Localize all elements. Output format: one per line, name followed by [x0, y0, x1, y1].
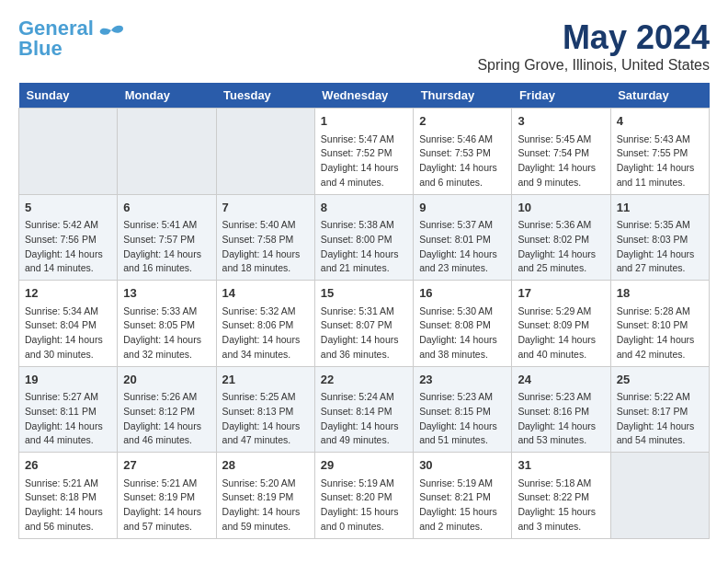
calendar-cell: 21Sunrise: 5:25 AM Sunset: 8:13 PM Dayli… — [216, 366, 314, 453]
day-number: 29 — [321, 456, 407, 475]
calendar-cell — [118, 109, 216, 195]
day-number: 22 — [321, 371, 407, 389]
day-number: 27 — [123, 456, 210, 475]
day-info: Sunrise: 5:46 AM Sunset: 7:53 PM Dayligh… — [419, 132, 506, 190]
day-number: 23 — [419, 371, 506, 389]
calendar-cell: 11Sunrise: 5:35 AM Sunset: 8:03 PM Dayli… — [610, 194, 709, 281]
day-number: 8 — [321, 199, 407, 217]
day-number: 18 — [617, 284, 703, 303]
day-number: 31 — [518, 456, 604, 475]
calendar-cell: 15Sunrise: 5:31 AM Sunset: 8:07 PM Dayli… — [314, 281, 413, 367]
calendar-cell: 13Sunrise: 5:33 AM Sunset: 8:05 PM Dayli… — [118, 281, 216, 367]
day-info: Sunrise: 5:22 AM Sunset: 8:17 PM Dayligh… — [617, 390, 703, 448]
day-number: 17 — [518, 284, 604, 303]
day-number: 4 — [617, 112, 703, 131]
day-header-thursday: Thursday — [414, 83, 512, 109]
calendar-cell: 9Sunrise: 5:37 AM Sunset: 8:01 PM Daylig… — [414, 194, 512, 281]
day-info: Sunrise: 5:41 AM Sunset: 7:57 PM Dayligh… — [123, 218, 210, 276]
day-info: Sunrise: 5:24 AM Sunset: 8:14 PM Dayligh… — [321, 390, 407, 448]
logo: General Blue — [18, 18, 125, 59]
day-number: 3 — [518, 112, 604, 131]
day-number: 24 — [518, 371, 604, 389]
day-number: 20 — [123, 371, 210, 389]
day-header-tuesday: Tuesday — [216, 83, 314, 109]
day-info: Sunrise: 5:38 AM Sunset: 8:00 PM Dayligh… — [321, 218, 407, 276]
calendar-cell: 12Sunrise: 5:34 AM Sunset: 8:04 PM Dayli… — [19, 281, 118, 367]
calendar-cell: 29Sunrise: 5:19 AM Sunset: 8:20 PM Dayli… — [314, 453, 413, 539]
calendar-cell: 6Sunrise: 5:41 AM Sunset: 7:57 PM Daylig… — [118, 194, 216, 281]
calendar-cell: 26Sunrise: 5:21 AM Sunset: 8:18 PM Dayli… — [19, 453, 118, 539]
day-number: 1 — [321, 112, 407, 131]
day-info: Sunrise: 5:18 AM Sunset: 8:22 PM Dayligh… — [518, 477, 604, 534]
calendar-cell: 31Sunrise: 5:18 AM Sunset: 8:22 PM Dayli… — [512, 453, 610, 539]
calendar-cell: 16Sunrise: 5:30 AM Sunset: 8:08 PM Dayli… — [414, 281, 512, 367]
day-info: Sunrise: 5:31 AM Sunset: 8:07 PM Dayligh… — [321, 304, 407, 362]
calendar-cell: 7Sunrise: 5:40 AM Sunset: 7:58 PM Daylig… — [216, 194, 314, 281]
day-number: 19 — [25, 371, 111, 389]
day-info: Sunrise: 5:33 AM Sunset: 8:05 PM Dayligh… — [123, 304, 210, 362]
day-info: Sunrise: 5:25 AM Sunset: 8:13 PM Dayligh… — [222, 390, 309, 448]
day-number: 28 — [222, 456, 309, 475]
week-row-4: 19Sunrise: 5:27 AM Sunset: 8:11 PM Dayli… — [19, 366, 710, 453]
calendar-cell: 8Sunrise: 5:38 AM Sunset: 8:00 PM Daylig… — [314, 194, 413, 281]
day-info: Sunrise: 5:21 AM Sunset: 8:18 PM Dayligh… — [25, 477, 111, 534]
day-number: 10 — [518, 199, 604, 217]
day-number: 9 — [419, 199, 506, 217]
day-info: Sunrise: 5:37 AM Sunset: 8:01 PM Dayligh… — [419, 218, 506, 276]
day-number: 25 — [617, 371, 703, 389]
calendar-cell: 25Sunrise: 5:22 AM Sunset: 8:17 PM Dayli… — [610, 366, 709, 453]
day-info: Sunrise: 5:20 AM Sunset: 8:19 PM Dayligh… — [222, 477, 309, 534]
header: General Blue May 2024 Spring Grove, Illi… — [18, 18, 710, 74]
day-number: 2 — [419, 112, 506, 131]
day-info: Sunrise: 5:36 AM Sunset: 8:02 PM Dayligh… — [518, 218, 604, 276]
week-row-2: 5Sunrise: 5:42 AM Sunset: 7:56 PM Daylig… — [19, 194, 710, 281]
day-number: 11 — [617, 199, 703, 217]
calendar-cell: 18Sunrise: 5:28 AM Sunset: 8:10 PM Dayli… — [610, 281, 709, 367]
day-info: Sunrise: 5:32 AM Sunset: 8:06 PM Dayligh… — [222, 304, 309, 362]
day-number: 13 — [123, 284, 210, 303]
day-info: Sunrise: 5:27 AM Sunset: 8:11 PM Dayligh… — [25, 390, 111, 448]
day-info: Sunrise: 5:47 AM Sunset: 7:52 PM Dayligh… — [321, 132, 407, 190]
bird-icon — [97, 23, 125, 45]
day-info: Sunrise: 5:29 AM Sunset: 8:09 PM Dayligh… — [518, 304, 604, 362]
day-header-friday: Friday — [512, 83, 610, 109]
calendar-cell — [610, 453, 709, 539]
day-info: Sunrise: 5:40 AM Sunset: 7:58 PM Dayligh… — [222, 218, 309, 276]
day-info: Sunrise: 5:45 AM Sunset: 7:54 PM Dayligh… — [518, 132, 604, 190]
calendar-cell: 30Sunrise: 5:19 AM Sunset: 8:21 PM Dayli… — [414, 453, 512, 539]
day-info: Sunrise: 5:23 AM Sunset: 8:16 PM Dayligh… — [518, 390, 604, 448]
calendar-cell — [19, 109, 118, 195]
day-info: Sunrise: 5:26 AM Sunset: 8:12 PM Dayligh… — [123, 390, 210, 448]
calendar-cell: 14Sunrise: 5:32 AM Sunset: 8:06 PM Dayli… — [216, 281, 314, 367]
logo-line2: Blue — [18, 37, 63, 60]
calendar-cell: 5Sunrise: 5:42 AM Sunset: 7:56 PM Daylig… — [19, 194, 118, 281]
day-info: Sunrise: 5:43 AM Sunset: 7:55 PM Dayligh… — [617, 132, 703, 190]
calendar-cell: 17Sunrise: 5:29 AM Sunset: 8:09 PM Dayli… — [512, 281, 610, 367]
day-info: Sunrise: 5:19 AM Sunset: 8:21 PM Dayligh… — [419, 477, 506, 534]
day-number: 30 — [419, 456, 506, 475]
week-row-5: 26Sunrise: 5:21 AM Sunset: 8:18 PM Dayli… — [19, 453, 710, 539]
title-section: May 2024 Spring Grove, Illinois, United … — [477, 18, 710, 74]
calendar-cell: 10Sunrise: 5:36 AM Sunset: 8:02 PM Dayli… — [512, 194, 610, 281]
calendar-cell — [216, 109, 314, 195]
day-number: 15 — [321, 284, 407, 303]
main-title: May 2024 — [477, 18, 710, 57]
day-number: 26 — [25, 456, 111, 475]
calendar-cell: 20Sunrise: 5:26 AM Sunset: 8:12 PM Dayli… — [118, 366, 216, 453]
day-info: Sunrise: 5:42 AM Sunset: 7:56 PM Dayligh… — [25, 218, 111, 276]
subtitle: Spring Grove, Illinois, United States — [477, 57, 710, 74]
day-number: 7 — [222, 199, 309, 217]
week-row-1: 1Sunrise: 5:47 AM Sunset: 7:52 PM Daylig… — [19, 109, 710, 195]
calendar-cell: 4Sunrise: 5:43 AM Sunset: 7:55 PM Daylig… — [610, 109, 709, 195]
day-info: Sunrise: 5:30 AM Sunset: 8:08 PM Dayligh… — [419, 304, 506, 362]
day-info: Sunrise: 5:21 AM Sunset: 8:19 PM Dayligh… — [123, 477, 210, 534]
day-number: 21 — [222, 371, 309, 389]
calendar-cell: 22Sunrise: 5:24 AM Sunset: 8:14 PM Dayli… — [314, 366, 413, 453]
day-info: Sunrise: 5:19 AM Sunset: 8:20 PM Dayligh… — [321, 477, 407, 534]
calendar-cell: 3Sunrise: 5:45 AM Sunset: 7:54 PM Daylig… — [512, 109, 610, 195]
calendar-cell: 19Sunrise: 5:27 AM Sunset: 8:11 PM Dayli… — [19, 366, 118, 453]
calendar-table: SundayMondayTuesdayWednesdayThursdayFrid… — [18, 83, 710, 539]
day-header-wednesday: Wednesday — [314, 83, 413, 109]
calendar-cell: 2Sunrise: 5:46 AM Sunset: 7:53 PM Daylig… — [414, 109, 512, 195]
day-number: 16 — [419, 284, 506, 303]
